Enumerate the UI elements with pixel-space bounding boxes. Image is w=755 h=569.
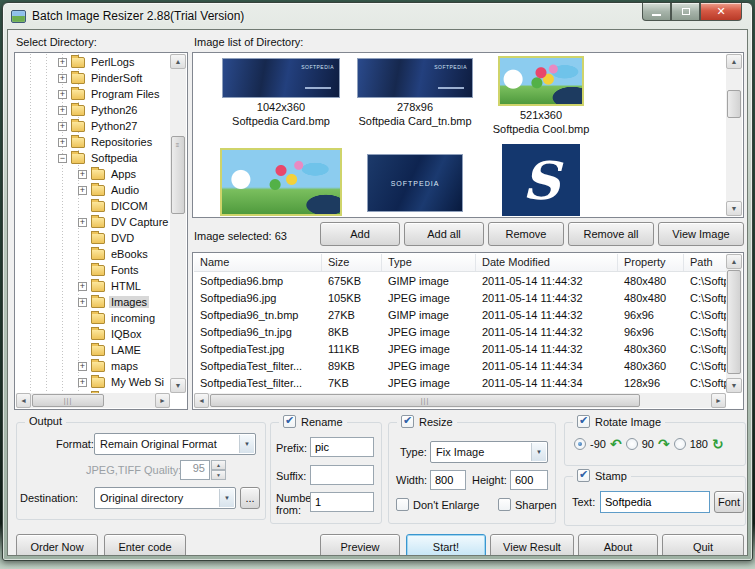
browse-button[interactable]: ...: [240, 487, 260, 509]
tree-item[interactable]: +PinderSoft: [16, 70, 170, 86]
column-header[interactable]: Type: [382, 254, 476, 271]
close-button[interactable]: ✕: [700, 3, 742, 21]
tree-item[interactable]: +PerlLogs: [16, 54, 170, 70]
tree-item[interactable]: +IQBox: [16, 326, 170, 342]
maximize-button[interactable]: [671, 3, 700, 21]
expand-icon[interactable]: +: [78, 298, 87, 307]
tree-horizontal-scrollbar[interactable]: |||: [16, 393, 170, 408]
scroll-left-icon[interactable]: [194, 393, 209, 408]
tree-scrollbar-thumb[interactable]: ≡: [171, 136, 185, 214]
tree-item[interactable]: +My Web Si: [16, 374, 170, 390]
width-input[interactable]: [430, 470, 466, 490]
remove-all-button[interactable]: Remove all: [568, 222, 654, 246]
table-row[interactable]: Softpedia96.bmp675KBGIMP image2011-05-14…: [194, 272, 726, 289]
height-input[interactable]: [510, 470, 548, 490]
table-row[interactable]: SoftpediaTest.jpg111KBJPEG image2011-05-…: [194, 340, 726, 357]
rotate-checkbox[interactable]: [577, 415, 590, 428]
thumbnail-image[interactable]: [220, 148, 342, 216]
table-row[interactable]: Softpedia96_tn.jpg8KBJPEG image2011-05-1…: [194, 323, 726, 340]
scroll-up-icon[interactable]: [170, 54, 186, 69]
expand-icon[interactable]: +: [78, 218, 87, 227]
table-row[interactable]: SoftpediaTest_filter...89KBJPEG image201…: [194, 357, 726, 374]
expand-icon[interactable]: +: [78, 186, 87, 195]
tree-item[interactable]: +DICOM: [16, 198, 170, 214]
title-bar[interactable]: Batch Image Resizer 2.88(Trial Version): [3, 3, 752, 29]
table-horizontal-scrollbar[interactable]: |||: [194, 393, 726, 408]
stamp-checkbox[interactable]: [577, 469, 590, 482]
rotate-90-radio[interactable]: [626, 438, 638, 450]
tree-item[interactable]: +maps: [16, 358, 170, 374]
tree-hscrollbar-thumb[interactable]: |||: [32, 394, 104, 407]
scroll-up-icon[interactable]: [726, 254, 742, 269]
thumbnail-image[interactable]: SOFTPEDIA: [367, 154, 463, 212]
expand-icon[interactable]: +: [58, 90, 67, 99]
thumbnail-image[interactable]: S: [502, 144, 580, 216]
expand-icon[interactable]: +: [78, 378, 87, 387]
remove-button[interactable]: Remove: [488, 222, 564, 246]
tree-item[interactable]: +LAME: [16, 342, 170, 358]
expand-icon[interactable]: +: [58, 122, 67, 131]
order-now-button[interactable]: Order Now: [16, 534, 98, 556]
expand-icon[interactable]: +: [78, 362, 87, 371]
column-header[interactable]: Path: [684, 254, 726, 271]
sharpen-checkbox[interactable]: [498, 498, 511, 511]
scroll-down-icon[interactable]: [726, 378, 742, 393]
prefix-input[interactable]: [310, 437, 374, 457]
expand-icon[interactable]: +: [58, 138, 67, 147]
add-button[interactable]: Add: [320, 222, 400, 246]
add-all-button[interactable]: Add all: [404, 222, 484, 246]
tree-item[interactable]: +Python26: [16, 102, 170, 118]
thumbnail-image[interactable]: [498, 56, 584, 106]
rename-checkbox[interactable]: [283, 415, 296, 428]
expand-icon[interactable]: +: [58, 58, 67, 67]
tree-item[interactable]: +Repositories: [16, 134, 170, 150]
stamp-text-input[interactable]: [600, 491, 710, 513]
expand-icon[interactable]: +: [58, 106, 67, 115]
scroll-left-icon[interactable]: [16, 393, 31, 408]
thumbnail-image[interactable]: SOFTPEDIA: [357, 58, 473, 98]
enter-code-button[interactable]: Enter code: [104, 534, 186, 556]
tree-item[interactable]: +Python27: [16, 118, 170, 134]
tree-vertical-scrollbar[interactable]: ≡: [170, 54, 186, 393]
tree-item[interactable]: +Program Files: [16, 86, 170, 102]
dont-enlarge-checkbox[interactable]: [396, 498, 409, 511]
scroll-down-icon[interactable]: [726, 201, 742, 216]
tree-item[interactable]: +Images: [16, 294, 170, 310]
tree-item[interactable]: +DV Capture: [16, 214, 170, 230]
format-dropdown[interactable]: Remain Original Format ▼: [94, 433, 256, 455]
imagelist-vertical-scrollbar[interactable]: [726, 54, 742, 216]
resize-checkbox[interactable]: [401, 415, 414, 428]
font-button[interactable]: Font: [714, 491, 744, 513]
minimize-button[interactable]: [642, 3, 671, 21]
about-button[interactable]: About: [578, 534, 658, 556]
tree-item[interactable]: +incoming: [16, 310, 170, 326]
column-header[interactable]: Name: [194, 254, 322, 271]
expand-icon[interactable]: +: [78, 170, 87, 179]
tree-item[interactable]: −Softpedia: [16, 150, 170, 166]
rotate-180-radio[interactable]: [674, 438, 686, 450]
tree-item[interactable]: +Apps: [16, 166, 170, 182]
tree-item[interactable]: +HTML: [16, 278, 170, 294]
rotate-minus90-radio[interactable]: [574, 438, 586, 450]
tree-item[interactable]: +DVD: [16, 230, 170, 246]
start-button[interactable]: Start!: [406, 534, 486, 556]
table-hscrollbar-thumb[interactable]: |||: [210, 394, 640, 407]
scroll-right-icon[interactable]: [711, 393, 726, 408]
suffix-input[interactable]: [310, 465, 374, 485]
column-header[interactable]: Property: [618, 254, 684, 271]
table-row[interactable]: Softpedia96_tn.bmp27KBGIMP image2011-05-…: [194, 306, 726, 323]
tree-item[interactable]: +eBooks: [16, 246, 170, 262]
expand-icon[interactable]: +: [78, 282, 87, 291]
number-from-input[interactable]: [310, 492, 374, 512]
table-row[interactable]: SoftpediaTest_filter...7KBJPEG image2011…: [194, 374, 726, 391]
thumbnail-image[interactable]: SOFTPEDIA: [222, 58, 340, 98]
view-result-button[interactable]: View Result: [490, 534, 574, 556]
resize-type-dropdown[interactable]: Fix Image ▼: [430, 441, 548, 463]
tree-item[interactable]: +Fonts: [16, 262, 170, 278]
scroll-down-icon[interactable]: [170, 378, 186, 393]
view-image-button[interactable]: View Image: [658, 222, 744, 246]
scroll-up-icon[interactable]: [726, 54, 742, 69]
quit-button[interactable]: Quit: [662, 534, 744, 556]
table-scrollbar-thumb[interactable]: [727, 270, 741, 374]
expand-icon[interactable]: +: [58, 74, 67, 83]
